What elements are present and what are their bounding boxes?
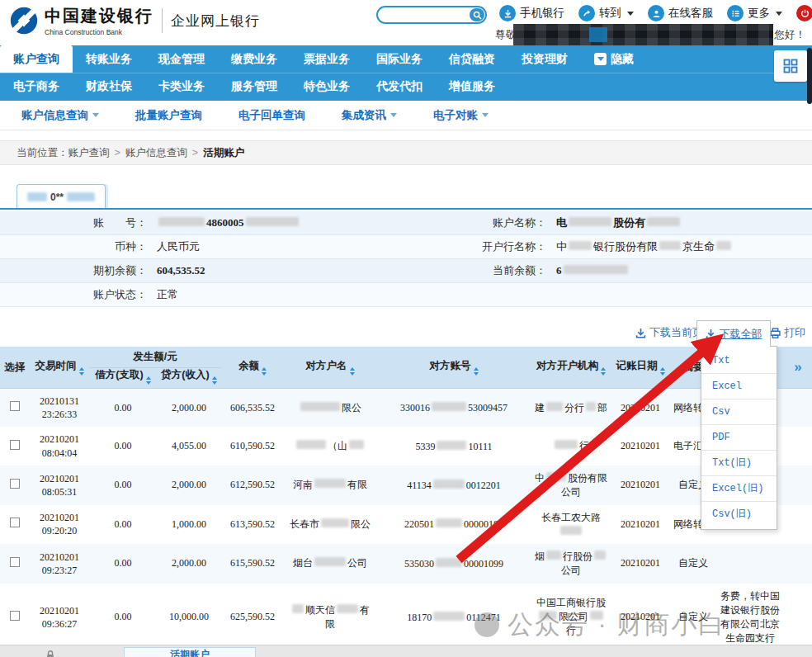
breadcrumb-item-1[interactable]: 账户信息查询 <box>125 147 187 158</box>
nav-item-r2-4[interactable]: 特色业务 <box>290 73 363 100</box>
subnav-item-1[interactable]: 批量账户查询 <box>135 108 202 123</box>
column-header-posting-date[interactable]: 记账日期 <box>611 347 670 389</box>
text-fragment: 00001099 <box>464 558 503 570</box>
download-format-option-5[interactable]: Excel(旧) <box>701 476 777 502</box>
search-box[interactable] <box>376 6 487 24</box>
table-row-1: 2021020108:04:040.004,055.00610,590.52（山… <box>0 427 812 465</box>
row-checkbox[interactable] <box>10 518 20 527</box>
sort-icon[interactable] <box>146 376 151 385</box>
sort-icon[interactable] <box>474 367 479 376</box>
search-icon[interactable] <box>470 8 484 21</box>
nav-hide-button[interactable]: 隐藏 <box>594 45 634 73</box>
cell-counterparty-account: 411340012201 <box>376 466 531 505</box>
column-header-label: 交易时间 <box>35 360 77 371</box>
cell-counterparty-account: 53503000001099 <box>376 544 531 584</box>
logout-button[interactable]: 退出 <box>796 5 812 21</box>
cell-posting-date: 20210201 <box>611 544 670 584</box>
column-header-credit[interactable]: 贷方(收入) <box>157 368 221 389</box>
more-link[interactable]: 更多 <box>727 5 782 21</box>
nav-item-r2-3[interactable]: 服务管理 <box>218 73 290 100</box>
download-format-option-0[interactable]: Txt <box>701 348 777 374</box>
row-checkbox[interactable] <box>10 401 20 411</box>
sort-icon[interactable] <box>212 376 217 385</box>
nav-grid-button[interactable] <box>774 50 807 82</box>
row-checkbox[interactable] <box>10 440 20 450</box>
nav-item-r1-6[interactable]: 信贷融资 <box>436 45 508 73</box>
redacted-blur <box>27 192 47 201</box>
search-input[interactable] <box>385 8 467 21</box>
cell-note: 务费，转中国建设银行股份有限公司北京生命园支行 <box>716 584 784 651</box>
cell-spacer <box>784 466 812 505</box>
column-header-counterparty-bank[interactable]: 对方开户机构 <box>531 347 611 389</box>
nav-item-r2-6[interactable]: 增值服务 <box>436 73 508 100</box>
scrollbar-thumb[interactable] <box>807 48 812 104</box>
nav-item-r1-2[interactable]: 现金管理 <box>145 45 218 73</box>
text-fragment: 人民币元 <box>157 240 200 253</box>
download-format-option-2[interactable]: Csv <box>701 399 777 425</box>
text-fragment: 41134 <box>407 480 432 491</box>
info-value: 正常 <box>157 287 414 302</box>
row-checkbox[interactable] <box>10 479 20 489</box>
column-header-balance[interactable]: 余额 <box>221 347 284 389</box>
info-label: 账 号： <box>0 215 157 230</box>
table-row-5: 2021020109:36:270.0010,000.00625,590.52顺… <box>0 584 812 651</box>
logout-icon <box>796 5 812 21</box>
sort-icon[interactable] <box>350 367 355 376</box>
online-service-link[interactable]: 在线客服 <box>648 5 713 21</box>
print-button[interactable]: 打印 <box>770 325 805 340</box>
cell-summary: 自定义 <box>670 544 716 584</box>
bank-name-en: China Construction Bank <box>45 28 153 36</box>
info-value: 6 <box>556 264 812 277</box>
download-format-option-4[interactable]: Txt(旧) <box>701 451 777 476</box>
text-fragment: 604,535.52 <box>157 264 205 277</box>
account-info-row-0: 账 号：4860005账户名称：电股份有 <box>0 211 812 235</box>
nav-item-r1-4[interactable]: 票据业务 <box>290 45 363 73</box>
nav-item-r1-0[interactable]: 账户查询 <box>0 45 73 73</box>
mobile-banking-link[interactable]: 手机银行 <box>499 5 564 21</box>
expand-columns-button[interactable]: » <box>794 359 801 375</box>
column-header-counterparty-name[interactable]: 对方户名 <box>284 347 376 389</box>
bottom-tab-current-account[interactable]: 活期账户 <box>124 647 256 657</box>
account-tab[interactable]: 0** <box>17 184 106 209</box>
redacted-blur <box>659 241 681 250</box>
cell-counterparty-name: 限公 <box>284 389 376 428</box>
nav-item-r2-1[interactable]: 财政社保 <box>73 73 145 100</box>
row-checkbox[interactable] <box>10 611 20 621</box>
nav-item-r2-0[interactable]: 电子商务 <box>0 73 73 100</box>
breadcrumb-item-0[interactable]: 账户查询 <box>68 147 110 158</box>
download-format-option-6[interactable]: Csv(旧) <box>701 502 777 527</box>
subnav-item-0[interactable]: 账户信息查询 <box>21 108 99 123</box>
transaction-date: 20210201 <box>32 551 87 564</box>
column-header-counterparty-account[interactable]: 对方账号 <box>376 347 531 389</box>
nav-item-r1-7[interactable]: 投资理财 <box>508 45 581 73</box>
redacted-blur <box>560 526 582 535</box>
nav-item-r1-1[interactable]: 转账业务 <box>73 45 145 73</box>
column-header-time[interactable]: 交易时间 <box>30 347 89 389</box>
sort-icon[interactable] <box>601 367 606 376</box>
subnav-item-4[interactable]: 电子对账 <box>433 108 489 123</box>
column-header-label: 对方户名 <box>306 360 347 371</box>
subnav-item-3[interactable]: 集成资讯 <box>342 108 397 123</box>
column-header-debit[interactable]: 借方(支取) <box>89 368 157 389</box>
cell-transaction-time: 2021020108:04:04 <box>30 427 89 465</box>
subnav-item-2[interactable]: 电子回单查询 <box>238 108 305 123</box>
row-checkbox[interactable] <box>10 557 20 567</box>
download-all-button[interactable]: 下载全部 <box>706 327 762 342</box>
download-current-page-button[interactable]: 下载当前页 <box>635 325 703 340</box>
download-format-option-1[interactable]: Excel <box>701 374 777 399</box>
nav-item-r1-5[interactable]: 国际业务 <box>363 45 436 73</box>
cell-select <box>0 466 30 505</box>
sort-icon[interactable] <box>79 367 84 376</box>
download-format-option-3[interactable]: PDF <box>701 425 777 451</box>
sort-icon[interactable] <box>262 367 267 376</box>
cell-counterparty-account: 22050100000189 <box>376 505 531 544</box>
redacted-blur <box>555 440 578 449</box>
goto-link[interactable]: 转到 <box>578 5 634 21</box>
cell-debit: 0.00 <box>89 544 157 584</box>
nav-item-r2-2[interactable]: 卡类业务 <box>145 73 218 100</box>
sort-icon[interactable] <box>660 367 665 376</box>
nav-item-r1-3[interactable]: 缴费业务 <box>218 45 290 73</box>
text-fragment: 18170 <box>407 612 432 623</box>
cell-debit: 0.00 <box>89 389 157 428</box>
nav-item-r2-5[interactable]: 代发代扣 <box>363 73 436 100</box>
